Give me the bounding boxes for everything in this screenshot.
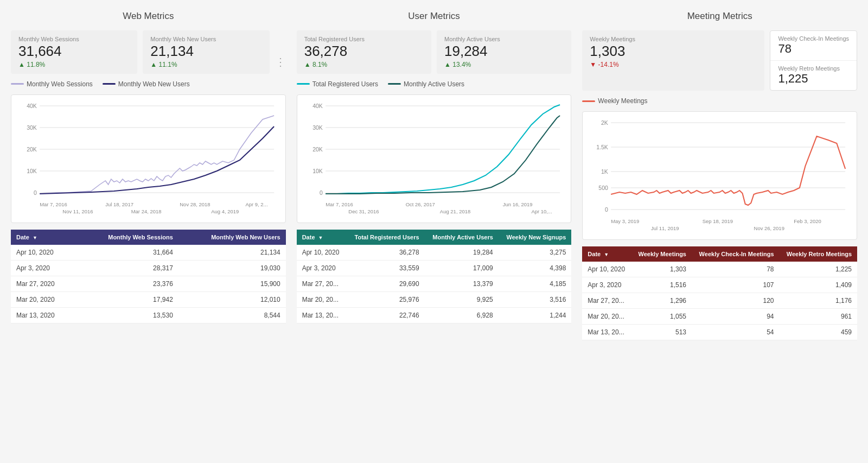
user-kpi-row: Total Registered Users 36,278 8.1% Month…	[297, 30, 572, 74]
table-cell: 1,225	[780, 262, 857, 277]
table-cell: 36,278	[347, 245, 425, 261]
total-registered-change: 8.1%	[304, 61, 424, 68]
table-row: Apr 10, 202036,27819,2843,275	[297, 245, 572, 261]
table-cell: 513	[631, 325, 692, 340]
web-table-header-date[interactable]: Date ▼	[11, 230, 77, 245]
meeting-chart-legend: Weekly Meetings	[582, 97, 857, 105]
meeting-table-header-date[interactable]: Date ▼	[582, 246, 631, 262]
web-metrics-title: Web Metrics	[11, 11, 286, 22]
weekly-meetings-label: Weekly Meetings	[590, 36, 757, 42]
web-table-header-sessions[interactable]: Monthly Web Sessions	[77, 230, 178, 245]
table-cell: Mar 20, 20...	[582, 309, 631, 325]
user-metrics-title: User Metrics	[297, 11, 572, 22]
svg-text:Mar 24, 2018: Mar 24, 2018	[131, 209, 162, 214]
retro-meetings-kpi: Weekly Retro Meetings 1,225	[770, 61, 857, 90]
table-cell: Apr 3, 2020	[11, 260, 77, 276]
user-chart-legend: Total Registered Users Monthly Active Us…	[297, 80, 572, 88]
table-cell: 29,690	[347, 276, 425, 291]
web-legend-new-users: Monthly Web New Users	[103, 80, 190, 88]
table-cell: 23,376	[77, 276, 178, 291]
web-legend-sessions-label: Monthly Web Sessions	[27, 80, 93, 88]
svg-text:10K: 10K	[27, 168, 37, 174]
table-cell: 15,900	[178, 276, 286, 291]
checkin-meetings-label: Weekly Check-In Meetings	[778, 35, 849, 42]
web-sessions-change: 11.8%	[18, 61, 130, 68]
svg-text:Apr 10,...: Apr 10,...	[531, 209, 552, 214]
user-table-header-date[interactable]: Date ▼	[297, 230, 347, 245]
svg-text:40K: 40K	[312, 103, 323, 109]
more-options-button[interactable]: ⋮	[275, 30, 286, 74]
svg-text:500: 500	[599, 185, 609, 191]
table-cell: 961	[780, 309, 857, 325]
table-row: Apr 3, 202028,31719,030	[11, 260, 286, 276]
svg-text:Nov 26, 2019: Nov 26, 2019	[754, 226, 784, 231]
svg-text:2K: 2K	[601, 120, 608, 126]
table-cell: 13,530	[77, 307, 178, 323]
retro-meetings-value: 1,225	[778, 72, 849, 86]
user-legend-registered: Total Registered Users	[297, 80, 378, 88]
table-cell: 3,516	[499, 291, 572, 307]
meeting-table-header-checkin[interactable]: Weekly Check-In Meetings	[692, 246, 780, 262]
table-cell: 1,055	[631, 309, 692, 325]
table-cell: 107	[692, 277, 780, 293]
web-sessions-value: 31,664	[18, 43, 130, 59]
meeting-split-kpi: Weekly Check-In Meetings 78 Weekly Retro…	[770, 30, 857, 91]
table-cell: Mar 27, 2020	[11, 276, 77, 291]
svg-text:Nov 11, 2016: Nov 11, 2016	[62, 209, 93, 214]
web-table-header-new-users[interactable]: Monthly Web New Users	[178, 230, 286, 245]
table-row: Apr 10, 202031,66421,134	[11, 245, 286, 261]
table-cell: 1,303	[631, 262, 692, 277]
table-cell: 21,134	[178, 245, 286, 261]
total-registered-value: 36,278	[304, 43, 424, 59]
table-cell: 28,317	[77, 260, 178, 276]
table-cell: 94	[692, 309, 780, 325]
meeting-table-header-retro[interactable]: Weekly Retro Meetings	[780, 246, 857, 262]
table-cell: 12,010	[178, 291, 286, 307]
web-data-table: Date ▼ Monthly Web Sessions Monthly Web …	[11, 230, 286, 324]
table-cell: Mar 20, 2020	[11, 291, 77, 307]
table-cell: 1,516	[631, 277, 692, 293]
user-table-header-registered[interactable]: Total Registered Users	[347, 230, 425, 245]
svg-text:Jul 18, 2017: Jul 18, 2017	[105, 202, 133, 207]
table-cell: Apr 10, 2020	[582, 262, 631, 277]
svg-text:20K: 20K	[27, 147, 37, 153]
user-table-header-signups[interactable]: Weekly New Signups	[499, 230, 572, 245]
user-legend-active-label: Monthly Active Users	[404, 80, 464, 88]
svg-text:Aug 4, 2019: Aug 4, 2019	[211, 209, 239, 214]
monthly-active-kpi: Monthly Active Users 19,284 13.4%	[437, 30, 571, 74]
table-cell: 1,296	[631, 293, 692, 309]
meeting-metrics-title: Meeting Metrics	[582, 11, 857, 22]
table-row: Mar 20, 20...1,05594961	[582, 309, 857, 325]
table-cell: 4,398	[499, 260, 572, 276]
svg-text:Nov 28, 2018: Nov 28, 2018	[180, 202, 210, 207]
web-chart-area: 40K 30K 20K 10K 0 Mar 7, 2016 Jul 18, 20…	[11, 94, 286, 223]
table-cell: Apr 10, 2020	[297, 245, 347, 261]
svg-text:0: 0	[320, 190, 323, 196]
meeting-data-table: Date ▼ Weekly Meetings Weekly Check-In M…	[582, 246, 857, 340]
table-cell: 13,379	[425, 276, 499, 291]
table-cell: Apr 3, 2020	[582, 277, 631, 293]
total-registered-kpi: Total Registered Users 36,278 8.1%	[297, 30, 431, 74]
svg-text:10K: 10K	[312, 168, 323, 174]
table-row: Mar 27, 20...29,69013,3794,185	[297, 276, 572, 291]
meeting-chart-area: 2K 1.5K 1K 500 0 May 3, 2019 Sep 18, 201…	[582, 111, 857, 240]
meeting-legend-weekly-label: Weekly Meetings	[598, 97, 647, 105]
monthly-active-change: 13.4%	[444, 61, 564, 68]
table-cell: 459	[780, 325, 857, 340]
web-legend-new-users-label: Monthly Web New Users	[118, 80, 190, 88]
web-legend-sessions-line	[11, 83, 24, 85]
table-cell: 120	[692, 293, 780, 309]
user-chart-area: 40K 30K 20K 10K 0 Mar 7, 2016 Oct 26, 20…	[297, 94, 572, 223]
table-row: Mar 27, 20...1,2961201,176	[582, 293, 857, 309]
svg-text:30K: 30K	[312, 125, 323, 131]
meeting-table-header-weekly[interactable]: Weekly Meetings	[631, 246, 692, 262]
svg-text:0: 0	[34, 190, 37, 196]
table-cell: 1,409	[780, 277, 857, 293]
weekly-meetings-change: -14.1%	[590, 61, 757, 68]
table-cell: 22,746	[347, 307, 425, 323]
web-chart-svg: 40K 30K 20K 10K 0 Mar 7, 2016 Jul 18, 20…	[17, 100, 280, 220]
user-chart-svg: 40K 30K 20K 10K 0 Mar 7, 2016 Oct 26, 20…	[303, 100, 566, 220]
table-cell: 19,284	[425, 245, 499, 261]
svg-text:Jul 11, 2019: Jul 11, 2019	[651, 226, 679, 231]
user-table-header-active[interactable]: Monthly Active Users	[425, 230, 499, 245]
